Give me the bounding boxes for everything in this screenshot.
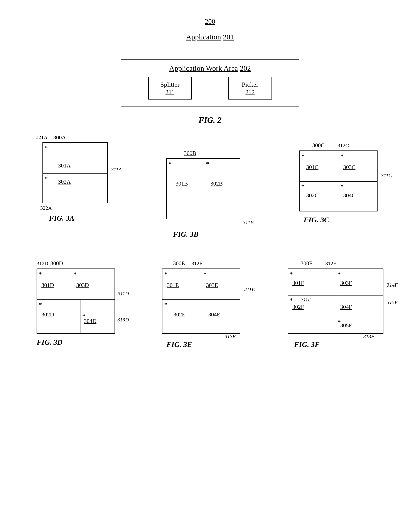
work-area-box: Application Work Area 202 Splitter 211 P… (121, 60, 299, 106)
fig3f-pane4: 304F (340, 304, 352, 310)
fig3f-splitter3: 313F (363, 334, 374, 339)
fig3f-ast1: * (290, 271, 293, 278)
picker-num: 212 (246, 89, 255, 95)
fig3d-ast3: * (39, 301, 42, 308)
fig3c-pane3: 302C (306, 192, 318, 199)
fig3a-item: 321A 300A * 301A * 302A (42, 142, 108, 222)
fig3c-vdivider (339, 151, 339, 211)
fig3e-splitter1: 311E (244, 286, 255, 292)
fig3d-pane4: 304D (84, 318, 97, 324)
fig3f-pane3: 303F (340, 280, 352, 286)
fig3f-splitter4: 314F (387, 282, 398, 288)
work-area-title: Application Work Area 202 (130, 64, 290, 73)
fig3e-pane3: 303E (206, 282, 218, 289)
fig3e-ast2: * (203, 271, 206, 278)
fig3f-vdivider (336, 269, 336, 333)
fig3c-hdivider (300, 181, 377, 182)
connector-line-1 (210, 46, 210, 60)
fig3f-pane5: 305F (340, 322, 352, 329)
fig2-label-200: 200 (205, 17, 215, 25)
fig3e-vdivider (202, 269, 202, 299)
fig2-section: 200 Application 201 Application Work Are… (13, 17, 407, 125)
fig3a-splitter-label: 311A (111, 167, 122, 172)
fig3d-ast1: * (39, 271, 42, 278)
application-box: Application 201 (121, 28, 299, 46)
fig3d-item: 312D 300D * * * * (37, 260, 115, 346)
fig3a-label322: 322A (40, 205, 52, 211)
fig3c-title: 300C (312, 142, 324, 149)
fig2-caption: FIG. 2 (199, 115, 222, 125)
fig3a-asterisk2: * (45, 175, 48, 182)
fig3-section: 321A 300A * 301A * 302A (13, 142, 407, 349)
work-area-num: 202 (240, 64, 251, 72)
fig3a-box: * 301A * 302A 311A (42, 142, 108, 203)
fig3c-asterisk2: * (341, 153, 344, 160)
fig3b-title: 300B (184, 150, 196, 157)
fig3f-hdivider-bot (336, 317, 383, 317)
fig3b-pane2: 302B (210, 180, 223, 187)
fig3f-ast2: * (338, 271, 341, 278)
fig3d-pane1: 301D (41, 282, 54, 289)
fig3c-pane4: 304C (343, 192, 355, 199)
fig3d-splitter2-top: 312D (37, 261, 48, 267)
fig3b-asterisk1: * (169, 160, 172, 167)
fig3e-box: * * * 301E 303E 302E 304E 311E 313E (162, 269, 240, 334)
fig3c-splitter1: 311C (381, 173, 392, 179)
fig3b-caption: FIG. 3B (173, 230, 198, 239)
fig3e-title: 300E (173, 260, 185, 267)
fig3f-pane2: 302F (292, 304, 304, 310)
fig3c-item: 300C 312C * * * * (299, 142, 378, 224)
fig3d-splitter3: 313D (117, 317, 129, 323)
fig3e-ast3: * (164, 301, 167, 308)
fig3f-caption: FIG. 3F (294, 340, 320, 349)
fig3e-hdivider (162, 300, 240, 300)
fig3e-item: 300E 312E * * * 301E 30 (162, 260, 240, 349)
fig3d-splitter1: 311D (118, 291, 129, 297)
fig3a-caption: FIG. 3A (49, 214, 75, 222)
fig3e-splitter2-top: 312E (191, 261, 202, 267)
fig3f-box: * * * * 301F 303F 302F 304F 305F 314F 31… (288, 269, 383, 334)
fig3e-pane1: 301E (167, 282, 179, 289)
fig3e-splitter3: 313E (225, 334, 236, 339)
fig3b-item: 300B * * 301B 302B 3 (166, 150, 240, 239)
fig3a-hdivider (43, 173, 107, 173)
fig3c-pane1: 301C (306, 164, 318, 171)
fig3d-box: * * * * 301D 303D 302D 304D 313D 311D (37, 269, 115, 334)
fig3e-ast1: * (164, 271, 167, 278)
fig3d-hdivider (37, 300, 114, 300)
fig3f-hdivider-top (288, 295, 383, 295)
fig3d-pane3: 303D (76, 282, 89, 289)
fig3f-splitter2-top: 312F (325, 261, 336, 267)
fig3a-label321: 321A (36, 134, 47, 140)
fig3c-box: * * * * 301C 303C 302C 304C 311C (299, 150, 378, 211)
fig3a-pane2-label: 302A (58, 179, 71, 185)
fig3d-caption: FIG. 3D (37, 338, 62, 346)
splitter-box: Splitter 211 (148, 77, 192, 99)
application-text: Application (186, 33, 221, 41)
fig3d-vdivider-top (72, 269, 72, 299)
fig3d-pane2: 302D (41, 311, 54, 318)
fig3-row1: 321A 300A * 301A * 302A (13, 142, 407, 239)
splitter-num: 211 (165, 89, 174, 95)
fig3d-vdivider-bot (81, 300, 81, 333)
application-num: 201 (223, 33, 234, 41)
fig3e-caption: FIG. 3E (166, 340, 192, 349)
fig3b-pane1: 301B (175, 180, 188, 187)
fig3a-title: 300A (53, 134, 66, 141)
page: 200 Application 201 Application Work Are… (0, 0, 420, 510)
fig3c-splitter2-label-top: 312C (338, 143, 349, 149)
fig3c-asterisk1: * (301, 153, 304, 160)
work-area-inner: Splitter 211 Picker 212 (130, 77, 290, 99)
fig3d-title: 300D (51, 260, 63, 267)
fig3c-pane2: 303C (343, 164, 355, 171)
fig3e-pane2: 302E (173, 311, 185, 318)
work-area-text: Application Work Area (169, 64, 238, 72)
fig3f-ast3: * (290, 297, 293, 304)
fig3c-asterisk3: * (301, 183, 304, 190)
fig3a-pane1-label: 301A (58, 162, 71, 169)
fig3f-splitter5: 315F (387, 300, 398, 305)
picker-text: Picker (233, 81, 267, 88)
fig3d-ast2: * (74, 271, 77, 278)
fig3b-splitter: 311B (243, 219, 254, 225)
fig3f-pane1: 301F (292, 280, 304, 286)
